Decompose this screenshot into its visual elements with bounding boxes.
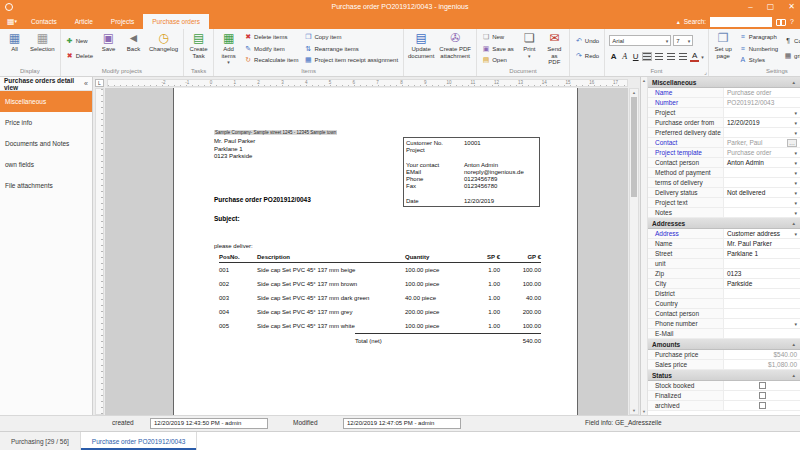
chevron-down-icon[interactable]: ▾	[792, 130, 797, 136]
chevron-down-icon[interactable]: ▾	[792, 160, 797, 166]
font-color-button[interactable]: A	[690, 52, 699, 62]
checkbox[interactable]	[759, 402, 766, 409]
prop-value[interactable]: $1,080.00	[724, 360, 800, 369]
prop-value[interactable]: 12/20/2019▾	[724, 118, 800, 127]
underline-button[interactable]: U	[631, 52, 640, 62]
prop-value[interactable]	[724, 329, 800, 338]
prop-value[interactable]: ▾	[724, 208, 800, 217]
sidebar-item-price-info[interactable]: Price info	[0, 112, 92, 133]
chevron-down-icon[interactable]: ▾	[792, 231, 797, 237]
prop-value[interactable]: ▾	[724, 108, 800, 117]
prop-value[interactable]: ▾	[724, 198, 800, 207]
chevron-down-icon[interactable]: ▾	[792, 210, 797, 216]
prop-value[interactable]: Not delivered▾	[724, 188, 800, 197]
document-page[interactable]: Sample Company- Sample street 1245 - 123…	[173, 88, 578, 415]
align-left-icon[interactable]	[643, 53, 651, 60]
prop-value[interactable]: ▾	[724, 168, 800, 177]
horizontal-ruler[interactable]: -2-101234567891011121314151617	[107, 79, 628, 87]
prop-value[interactable]: PO201912/0043	[724, 98, 800, 107]
chevron-down-icon[interactable]: ▾	[792, 200, 797, 206]
prop-value[interactable]	[724, 289, 800, 298]
prop-value[interactable]	[724, 259, 800, 268]
ribbon-button-rearrange-items[interactable]: ⇅Rearrange items	[304, 45, 398, 53]
prop-value[interactable]	[724, 299, 800, 308]
prop-value[interactable]: Anton Admin▾	[724, 158, 800, 167]
ribbon-button-print[interactable]: ❏Print▾	[517, 30, 542, 67]
prop-value[interactable]	[724, 391, 800, 400]
vertical-ruler[interactable]	[95, 88, 104, 415]
ribbon-button-styles[interactable]: AStyles	[739, 56, 778, 64]
prop-value[interactable]: Purchase order▾	[724, 148, 800, 157]
ribbon-button-changelog[interactable]: ◷Changelog	[146, 30, 181, 67]
sidebar-item-documents-and-notes[interactable]: Documents and Notes	[0, 133, 92, 154]
modified-value[interactable]: 12/20/2019 12:47:05 PM - admin	[343, 418, 461, 429]
ellipsis-button[interactable]: …	[787, 139, 797, 147]
ribbon-button-send-as-pdf[interactable]: ✉Send as PDF	[542, 30, 567, 67]
ribbon-button-numbering[interactable]: ≡Numbering	[739, 45, 778, 53]
ribbon-button-delete[interactable]: ✖Delete	[66, 52, 93, 60]
prop-value[interactable]: Mr. Paul Parker	[724, 239, 800, 248]
chevron-down-icon[interactable]: ▾	[792, 110, 797, 116]
prop-value[interactable]: Parklane 1	[724, 249, 800, 258]
ribbon-button-recalculate-item[interactable]: ↻Recalculate item	[244, 56, 298, 64]
scroll-up-icon[interactable]: ▲	[641, 78, 647, 83]
ribbon-button-undo[interactable]: ↶Undo	[575, 37, 599, 45]
align-center-icon[interactable]	[655, 53, 663, 60]
ribbon-button-control-character[interactable]: ¶Control character	[784, 37, 800, 45]
ribbon-button-delete-items[interactable]: ✖Delete items	[244, 33, 298, 41]
scrollbar-thumb[interactable]	[631, 97, 637, 197]
bold-button[interactable]: A	[609, 52, 618, 62]
ribbon-button-open[interactable]: ▤Open	[482, 56, 514, 64]
prop-value[interactable]: $540.00	[724, 350, 800, 359]
ribbon-collapse-icon[interactable]: ▴	[677, 18, 680, 25]
bottom-tab-purchasing-29-56[interactable]: Purchasing [29 / 56]	[0, 432, 81, 450]
italic-button[interactable]: A	[620, 52, 629, 62]
ribbon-button-new[interactable]: ❏New	[482, 33, 514, 41]
menu-tab-contacts[interactable]: Contacts	[22, 14, 66, 29]
menu-tab-article[interactable]: Article	[66, 14, 102, 29]
ribbon-button-new[interactable]: ✚New	[66, 37, 93, 45]
close-button[interactable]: ✕	[788, 0, 795, 14]
scroll-up-icon[interactable]: ▲	[630, 90, 638, 95]
chevron-down-icon[interactable]: ▾	[792, 170, 797, 176]
menu-tab-projects[interactable]: Projects	[102, 14, 143, 29]
scroll-down-icon[interactable]: ▼	[630, 408, 638, 413]
align-justify-icon[interactable]	[679, 53, 687, 60]
ribbon-button-redo[interactable]: ↷Redo	[575, 52, 599, 60]
ribbon-button-save-as[interactable]: ▣Save as	[482, 45, 514, 53]
section-header-miscellaneous[interactable]: Miscellaneous▲	[648, 77, 800, 88]
ribbon-button-copy-item[interactable]: ❐Copy item	[304, 33, 398, 41]
section-header-status[interactable]: Status▲	[648, 370, 800, 381]
prop-value[interactable]: Customer address▾	[724, 229, 800, 238]
ribbon-button-back[interactable]: ◄Back	[121, 30, 146, 67]
prop-value[interactable]: ▾	[724, 128, 800, 137]
maximize-button[interactable]: ▢	[767, 0, 775, 14]
prop-value[interactable]: Purchase order	[724, 88, 800, 97]
ribbon-button-modify-item[interactable]: ✎Modify item	[244, 45, 298, 53]
prop-value[interactable]	[724, 381, 800, 390]
ribbon-button-update-document[interactable]: ▤Update document	[406, 30, 436, 67]
checkbox[interactable]	[759, 392, 766, 399]
ribbon-button-grid-lines[interactable]: ▦grid lines	[784, 52, 800, 60]
prop-value[interactable]: 0123	[724, 269, 800, 278]
sidebar-item-file-attachments[interactable]: File attachments	[0, 175, 92, 196]
chevron-down-icon[interactable]: ▾	[792, 190, 797, 196]
prop-value[interactable]: ▾	[724, 178, 800, 187]
ribbon-button-set-up-page[interactable]: ❐Set up page	[711, 30, 736, 67]
minimize-button[interactable]: –	[748, 0, 752, 14]
chevron-down-icon[interactable]: ▾	[792, 120, 797, 126]
ribbon-button-add-items[interactable]: ▦Add items▾	[216, 30, 241, 67]
created-value[interactable]: 12/20/2019 12:43:50 PM - admin	[150, 418, 268, 429]
font-name-select[interactable]: Arial▾	[609, 35, 671, 46]
ribbon-button-save[interactable]: ▣Save	[96, 30, 121, 67]
tab-stop-selector[interactable]: L	[95, 79, 104, 87]
ribbon-button-create-pdf-attachment[interactable]: ✇Create PDF attachment	[436, 30, 474, 67]
advanced-search-icon[interactable]	[776, 19, 786, 25]
document-vertical-scrollbar[interactable]: ▲ ▼	[629, 88, 639, 415]
font-size-select[interactable]: 7▾	[673, 35, 693, 46]
section-header-amounts[interactable]: Amounts▲	[648, 339, 800, 350]
app-menu-button[interactable]: ▦▾	[0, 14, 22, 29]
chevron-down-icon[interactable]: ▾	[792, 150, 797, 156]
align-right-icon[interactable]	[667, 53, 675, 60]
sidebar-item-own-fields[interactable]: own fields	[0, 154, 92, 175]
